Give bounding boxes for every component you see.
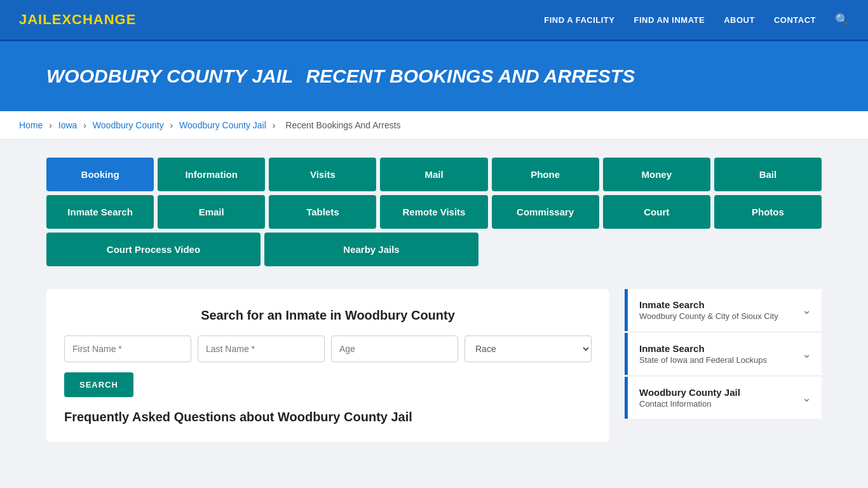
breadcrumb-current: Recent Bookings And Arrests (285, 120, 400, 130)
race-select[interactable]: Race White Black Hispanic Asian Native A… (465, 336, 592, 362)
page-title-sub: RECENT BOOKINGS AND ARRESTS (306, 65, 635, 86)
btn-information[interactable]: Information (158, 158, 265, 191)
btn-money[interactable]: Money (603, 158, 710, 191)
breadcrumb: Home › Iowa › Woodbury County › Woodbury… (0, 111, 868, 140)
logo-part2-rest: XCHANGE (62, 11, 136, 27)
breadcrumb-sep3: › (170, 120, 176, 130)
btn-phone[interactable]: Phone (492, 158, 599, 191)
nav-find-facility[interactable]: FIND A FACILITY (544, 15, 614, 25)
main-layout: Search for an Inmate in Woodbury County … (46, 289, 822, 442)
site-logo[interactable]: JAILEXCHANGE (19, 11, 136, 28)
nav-find-inmate[interactable]: FIND AN INMATE (634, 15, 705, 25)
btn-booking[interactable]: Booking (46, 158, 154, 191)
chevron-down-icon: ⌄ (802, 303, 811, 317)
age-input[interactable] (331, 336, 458, 362)
button-row-3: Court Process Video Nearby Jails (46, 233, 478, 266)
btn-commissary[interactable]: Commissary (492, 195, 599, 229)
nav-about[interactable]: ABOUT (724, 15, 755, 25)
logo-part2-highlight: E (52, 11, 62, 27)
sidebar-woodbury-subtitle: Woodbury County & City of Sioux City (639, 311, 778, 321)
logo-part1: JAIL (19, 11, 52, 27)
sidebar-text-contact: Woodbury County Jail Contact Information (639, 387, 740, 409)
btn-court[interactable]: Court (603, 195, 710, 229)
btn-visits[interactable]: Visits (269, 158, 376, 191)
search-card: Search for an Inmate in Woodbury County … (46, 289, 609, 442)
last-name-input[interactable] (198, 336, 325, 362)
button-row-1: Booking Information Visits Mail Phone Mo… (46, 158, 822, 191)
sidebar-iowa-subtitle: State of Iowa and Federal Lockups (639, 355, 767, 365)
btn-tablets[interactable]: Tablets (269, 195, 376, 229)
sidebar-card-contact[interactable]: Woodbury County Jail Contact Information… (625, 377, 822, 419)
sidebar-card-iowa[interactable]: Inmate Search State of Iowa and Federal … (625, 333, 822, 375)
btn-inmate-search[interactable]: Inmate Search (46, 195, 154, 229)
btn-remote-visits[interactable]: Remote Visits (380, 195, 487, 229)
nav-links: FIND A FACILITY FIND AN INMATE ABOUT CON… (544, 13, 849, 27)
btn-nearby-jails[interactable]: Nearby Jails (264, 233, 478, 266)
first-name-input[interactable] (64, 336, 191, 362)
breadcrumb-sep1: › (49, 120, 55, 130)
btn-bail[interactable]: Bail (714, 158, 822, 191)
search-icon[interactable]: 🔍 (835, 13, 849, 27)
breadcrumb-jail[interactable]: Woodbury County Jail (179, 120, 266, 130)
btn-mail[interactable]: Mail (380, 158, 487, 191)
btn-court-process-video[interactable]: Court Process Video (46, 233, 261, 266)
breadcrumb-county[interactable]: Woodbury County (93, 120, 164, 130)
buttons-section: Booking Information Visits Mail Phone Mo… (46, 158, 822, 276)
sidebar-contact-title: Woodbury County Jail (639, 387, 740, 398)
sidebar-woodbury-title: Inmate Search (639, 299, 778, 310)
sidebar-contact-subtitle: Contact Information (639, 399, 740, 409)
page-title: Woodbury County Jail RECENT BOOKINGS AND… (46, 62, 822, 88)
breadcrumb-sep2: › (83, 120, 89, 130)
breadcrumb-sep4: › (273, 120, 278, 130)
btn-photos[interactable]: Photos (714, 195, 822, 229)
faq-title: Frequently Asked Questions about Woodbur… (64, 410, 592, 424)
chevron-down-icon-3: ⌄ (802, 391, 811, 405)
nav-contact[interactable]: CONTACT (774, 15, 816, 25)
search-button[interactable]: SEARCH (64, 372, 133, 397)
sidebar-card-woodbury[interactable]: Inmate Search Woodbury County & City of … (625, 289, 822, 331)
breadcrumb-home[interactable]: Home (19, 120, 43, 130)
navbar: JAILEXCHANGE FIND A FACILITY FIND AN INM… (0, 0, 868, 41)
btn-email[interactable]: Email (158, 195, 265, 229)
sidebar-text-iowa: Inmate Search State of Iowa and Federal … (639, 343, 767, 365)
chevron-down-icon-2: ⌄ (802, 347, 811, 361)
button-row-2: Inmate Search Email Tablets Remote Visit… (46, 195, 822, 229)
sidebar: Inmate Search Woodbury County & City of … (625, 289, 822, 419)
hero-section: Woodbury County Jail RECENT BOOKINGS AND… (0, 41, 868, 111)
sidebar-text-woodbury: Inmate Search Woodbury County & City of … (639, 299, 778, 321)
sidebar-iowa-title: Inmate Search (639, 343, 767, 354)
breadcrumb-iowa[interactable]: Iowa (58, 120, 78, 130)
search-title: Search for an Inmate in Woodbury County (64, 308, 592, 323)
search-fields: Race White Black Hispanic Asian Native A… (64, 336, 592, 362)
content-wrapper: Booking Information Visits Mail Phone Mo… (27, 140, 841, 461)
page-title-main: Woodbury County Jail (46, 65, 293, 86)
